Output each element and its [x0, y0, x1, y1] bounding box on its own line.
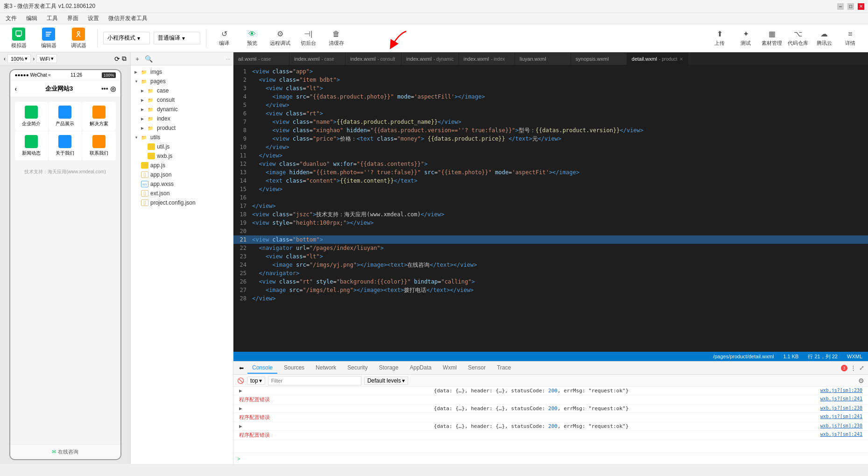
- code-repo-label: 代码仓库: [788, 40, 808, 47]
- tab-index-consult[interactable]: index.wxml - consult: [346, 53, 402, 65]
- devtools-tab-sources[interactable]: Sources: [279, 362, 309, 374]
- tree-item-utils[interactable]: ▼ 📁 utils: [131, 133, 233, 142]
- compile-selector[interactable]: 普通编译 ▾: [154, 32, 200, 44]
- clear-label: 清缓存: [329, 40, 344, 47]
- tree-label-index: index: [157, 115, 170, 122]
- menu-item-1[interactable]: 企业简介: [15, 102, 48, 131]
- console-link-2[interactable]: wxb.js?[sm]:241: [820, 396, 862, 403]
- console-link-1[interactable]: wxb.js?[sm]:230: [820, 388, 862, 394]
- network-selector[interactable]: WiFi ▾: [36, 54, 57, 63]
- menu-view[interactable]: 界面: [64, 14, 82, 23]
- tab-index-case[interactable]: index.wxml - case: [289, 53, 346, 65]
- maximize-button[interactable]: □: [847, 3, 854, 10]
- devtools-tab-network[interactable]: Network: [311, 362, 341, 374]
- menu-item-2[interactable]: 产品展示: [49, 102, 82, 131]
- level-filter-dropdown[interactable]: Default levels ▾: [364, 377, 408, 385]
- zoom-selector[interactable]: 100% ▾: [7, 54, 31, 63]
- menu-devtools[interactable]: 微信开发者工具: [105, 14, 151, 23]
- tree-more[interactable]: ···: [226, 56, 230, 62]
- tab-liuyan[interactable]: liuyan.wxml: [515, 53, 571, 65]
- menu-edit[interactable]: 编辑: [22, 14, 41, 23]
- mode-selector[interactable]: 小程序模式 ▾: [103, 32, 150, 44]
- search-file-button[interactable]: 🔍: [143, 54, 155, 64]
- asset-button[interactable]: ▦ 素材管理: [760, 27, 784, 50]
- tree-item-case[interactable]: ▶ 📁 case: [131, 86, 233, 95]
- tree-item-appjs[interactable]: JS app.js: [131, 161, 233, 170]
- prev-button[interactable]: ‹: [4, 56, 6, 62]
- devtools-tab-security[interactable]: Security: [343, 362, 372, 374]
- devtools-tab-sensor[interactable]: Sensor: [463, 362, 490, 374]
- tencent-cloud-button[interactable]: ☁ 腾讯云: [812, 27, 836, 50]
- console-arrow-3[interactable]: ▶: [239, 405, 242, 412]
- devtools-tab-storage[interactable]: Storage: [374, 362, 403, 374]
- console-filter-input[interactable]: [268, 376, 361, 385]
- tab-index-dynamic[interactable]: index.wxml - dynamic: [402, 53, 459, 65]
- tree-item-consult[interactable]: ▶ 📁 consult: [131, 95, 233, 105]
- menu-item-5[interactable]: 关于我们: [49, 131, 82, 160]
- preview-button[interactable]: 👁 预览: [240, 27, 264, 50]
- debugger-button[interactable]: 调试器: [65, 27, 92, 50]
- menu-tools[interactable]: 工具: [43, 14, 62, 23]
- tree-item-utiljs[interactable]: JS util.js: [131, 142, 233, 151]
- tree-item-pages[interactable]: ▼ 📁 pages: [131, 77, 233, 86]
- clear-storage-button[interactable]: 🗑 清缓存: [324, 27, 348, 50]
- tree-item-product[interactable]: ▶ 📁 product: [131, 123, 233, 133]
- rotate-button[interactable]: ⟳: [114, 55, 120, 63]
- devtools-settings-icon[interactable]: ⚙: [858, 377, 864, 384]
- console-arrow-1[interactable]: ▶: [239, 388, 242, 394]
- tree-item-index[interactable]: ▶ 📁 index: [131, 114, 233, 123]
- compile-button[interactable]: ↺ 编译: [212, 27, 236, 50]
- devtools-tab-console[interactable]: Console: [247, 362, 277, 374]
- editor-button[interactable]: 编辑器: [35, 27, 62, 50]
- code-repo-button[interactable]: ⌥ 代码仓库: [786, 27, 810, 50]
- phone-frame: ●●●●● WeChat ≈ 11:26 100% ‹ 企业网站3 ••• ◎ …: [9, 69, 121, 460]
- test-button[interactable]: ✦ 测试: [734, 27, 758, 50]
- contact-label: 在线咨询: [58, 448, 78, 455]
- console-arrow-5[interactable]: ▶: [239, 423, 242, 429]
- copy-button[interactable]: ⧉: [122, 55, 127, 63]
- console-link-3[interactable]: wxb.js?[sm]:230: [820, 405, 862, 412]
- menu-item-3[interactable]: 解决方案: [82, 102, 115, 131]
- next-button[interactable]: ›: [33, 56, 35, 62]
- tree-item-appwxss[interactable]: wx app.wxss: [131, 179, 233, 189]
- add-file-button[interactable]: +: [134, 54, 141, 64]
- phone-menu-dots[interactable]: ••• ◎: [101, 85, 116, 92]
- tree-item-projectjson[interactable]: {} project.config.json: [131, 198, 233, 207]
- tree-item-wxbjs[interactable]: JS wxb.js: [131, 151, 233, 161]
- devtools-expand-btn[interactable]: ⤢: [859, 364, 864, 371]
- devtools-tab-trace[interactable]: Trace: [492, 362, 515, 374]
- console-clear-button[interactable]: 🚫: [237, 377, 244, 384]
- tree-item-extjson[interactable]: {} ext.json: [131, 189, 233, 198]
- devtools-more-btn[interactable]: ⋮: [850, 364, 856, 371]
- simulator-button[interactable]: 模拟器: [6, 27, 32, 50]
- code-editor[interactable]: 1 <view class="app"> 2 <view class="item…: [233, 65, 868, 352]
- tree-item-dynamic[interactable]: ▶ 📁 dynamic: [131, 105, 233, 114]
- remote-debug-button[interactable]: ⚙ 远程调试: [268, 27, 292, 50]
- minimize-button[interactable]: –: [837, 3, 844, 10]
- devtools-back-button[interactable]: ⬅: [237, 364, 246, 372]
- tab-detail-close[interactable]: ✕: [679, 57, 683, 62]
- tree-item-appjson[interactable]: {} app.json: [131, 170, 233, 179]
- devtools-tab-wxml[interactable]: Wxml: [438, 362, 461, 374]
- menu-settings[interactable]: 设置: [84, 14, 103, 23]
- close-button[interactable]: ✕: [858, 3, 864, 10]
- console-filter-dropdown[interactable]: top ▾: [247, 377, 265, 385]
- tab-ail-wxml[interactable]: ail.wxml - case: [233, 53, 289, 65]
- tab-index-index[interactable]: index.wxml - index: [459, 53, 515, 65]
- console-link-4[interactable]: wxb.js?[sm]:241: [820, 414, 862, 421]
- console-link-5[interactable]: wxb.js?[sm]:230: [820, 423, 862, 429]
- menu-file[interactable]: 文件: [2, 14, 21, 23]
- phone-battery: 100%: [102, 72, 115, 78]
- menu-item-6[interactable]: 联系我们: [82, 131, 115, 160]
- tab-detail-active[interactable]: detail.wxml - product ✕: [627, 53, 688, 65]
- menu-item-4[interactable]: 新闻动态: [15, 131, 48, 160]
- more-button[interactable]: ≡ 详情: [838, 27, 862, 50]
- devtools-tab-appdata[interactable]: AppData: [405, 362, 436, 374]
- console-link-6[interactable]: wxb.js?[sm]:241: [820, 432, 862, 439]
- code-line-11: 11 </view>: [233, 151, 868, 160]
- cut-button[interactable]: ⊣| 切后台: [296, 27, 320, 50]
- tree-item-imgs[interactable]: ▶ 📁 imgs: [131, 67, 233, 77]
- console-input[interactable]: [242, 455, 864, 462]
- upload-button[interactable]: ⬆ 上传: [707, 27, 732, 50]
- tab-synopsis[interactable]: synopsis.wxml: [571, 53, 627, 65]
